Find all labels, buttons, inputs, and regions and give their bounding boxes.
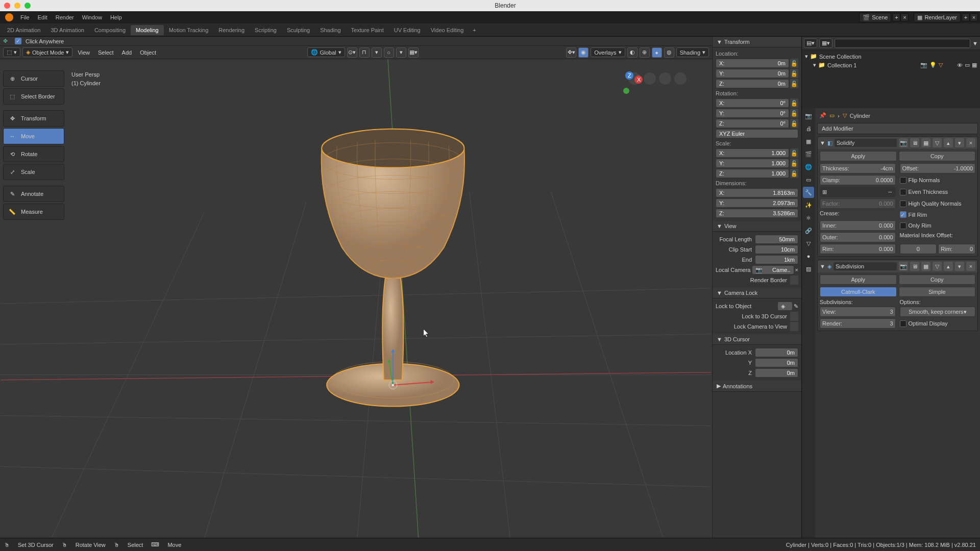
ptab-render[interactable]: 📷 <box>803 110 814 121</box>
lock-loc-x[interactable]: 🔓 <box>790 59 798 68</box>
editor-type-dropdown[interactable]: ⬚▾ <box>3 47 20 57</box>
tree-collection-1[interactable]: ▾📁Collection 1 📷 💡 ▽ 👁 ▭ ▦ <box>804 61 978 69</box>
clip-end[interactable]: 1km <box>755 255 798 264</box>
crease-rim[interactable]: Rim:0.000 <box>820 244 896 254</box>
obj-camera-icon[interactable]: 📷 <box>920 62 927 68</box>
pin-icon[interactable]: 📌 <box>819 112 826 119</box>
workspace-add-button[interactable]: + <box>469 25 480 35</box>
ptab-texture[interactable]: ▨ <box>803 263 814 274</box>
ptab-viewlayer[interactable]: ▦ <box>803 136 814 147</box>
cursor3d-header[interactable]: ▼ 3D Cursor <box>713 334 801 345</box>
lock-rot-x[interactable]: 🔓 <box>790 98 798 108</box>
obj-light-icon[interactable]: 💡 <box>929 62 937 68</box>
lock-scl-z[interactable]: 🔓 <box>790 169 798 178</box>
proportional-toggle[interactable]: ○ <box>384 47 394 58</box>
subdiv-view[interactable]: View:3 <box>820 307 896 317</box>
vgroup-field[interactable]: ⊞↔ <box>820 187 896 197</box>
mod-display-toggle[interactable]: 🖥 <box>910 262 919 271</box>
mod-delete[interactable]: × <box>966 138 975 147</box>
tool-rotate[interactable]: ⟲Rotate <box>3 146 64 162</box>
close-button[interactable] <box>4 3 10 9</box>
ptab-object[interactable]: ▭ <box>803 174 814 185</box>
pivot-dropdown[interactable]: ⊙▾ <box>347 47 357 58</box>
outliner-display[interactable]: ▦▾ <box>819 38 832 48</box>
nav-pan[interactable] <box>659 72 671 85</box>
workspace-tab-uv-editing[interactable]: UV Editing <box>389 25 426 35</box>
proportional-dropdown[interactable]: ▾ <box>396 47 406 58</box>
view-header[interactable]: ▼ View <box>713 221 801 232</box>
tool-move[interactable]: ↔Move <box>3 128 64 144</box>
lock-cursor-check[interactable] <box>790 312 798 321</box>
snap-toggle[interactable]: ⊓ <box>359 47 370 58</box>
lock-rot-y[interactable]: 🔓 <box>790 109 798 118</box>
mode-dropdown[interactable]: ◈Object Mode▾ <box>22 47 72 57</box>
lock-to-object[interactable]: ◈ <box>777 302 793 311</box>
mod-movedown[interactable]: ▾ <box>955 138 964 147</box>
workspace-tab-motion-tracking[interactable]: Motion Tracking <box>164 25 214 35</box>
workspace-tab-texture-paint[interactable]: Texture Paint <box>346 25 389 35</box>
mod-editmode-toggle[interactable]: ▦ <box>921 262 930 271</box>
workspace-tab-modeling[interactable]: Modeling <box>131 25 164 35</box>
xray-toggle[interactable]: ◐ <box>627 47 638 58</box>
camlock-header[interactable]: ▼ Camera Lock <box>713 288 801 298</box>
factor-field[interactable]: Factor:0.000 <box>820 198 896 209</box>
mat-offset-val[interactable]: 0 <box>900 244 937 254</box>
zoom-button[interactable] <box>24 3 31 9</box>
scale-y[interactable]: Y:1.000 <box>716 159 789 168</box>
transform-header[interactable]: ▼ Transform <box>713 37 801 47</box>
dim-x[interactable]: X:1.8163m <box>716 188 798 197</box>
visibility-render-icon[interactable]: ▦ <box>972 62 977 68</box>
mod-moveup[interactable]: ▴ <box>944 262 953 271</box>
menu-render[interactable]: Render <box>52 14 78 20</box>
clip-start[interactable]: 10cm <box>755 245 798 254</box>
shading-solid[interactable]: ● <box>652 47 662 58</box>
solidify-apply[interactable]: Apply <box>820 151 897 161</box>
layer-delete-button[interactable]: × <box>970 13 978 21</box>
location-y[interactable]: Y:0m <box>716 69 789 78</box>
dim-z[interactable]: Z:3.5286m <box>716 209 798 218</box>
workspace-tab-shading[interactable]: Shading <box>315 25 346 35</box>
scale-z[interactable]: Z:1.000 <box>716 169 789 178</box>
fill-rim-check[interactable]: ✓Fill Rim <box>900 210 976 219</box>
ptab-particle[interactable]: ✨ <box>803 199 814 211</box>
cursor-x[interactable]: 0m <box>755 348 798 357</box>
workspace-tab-compositing[interactable]: Compositing <box>89 25 131 35</box>
orientation-dropdown[interactable]: 🌐Global▾ <box>307 47 345 57</box>
location-z[interactable]: Z:0m <box>716 79 789 88</box>
workspace-tab-scripting[interactable]: Scripting <box>250 25 282 35</box>
lock-rot-z[interactable]: 🔓 <box>790 119 798 128</box>
tool-measure[interactable]: 📏Measure <box>3 204 64 220</box>
even-thickness-check[interactable]: Even Thickness <box>900 187 976 197</box>
click-anywhere-checkbox[interactable]: ✓ <box>15 38 21 44</box>
tool-annotate[interactable]: ✎Annotate <box>3 186 64 202</box>
modifier-name-field[interactable]: Subdivision <box>834 262 897 270</box>
tool-transform[interactable]: ✥Transform <box>3 110 64 127</box>
mod-editmode-toggle[interactable]: ▦ <box>921 138 930 147</box>
mod-render-toggle[interactable]: 📷 <box>899 138 908 147</box>
workspace-tab-video-editing[interactable]: Video Editing <box>426 25 469 35</box>
thickness-field[interactable]: Thickness:-4cm <box>820 163 896 173</box>
crease-inner[interactable]: Inner:0.000 <box>820 220 896 231</box>
lock-loc-z[interactable]: 🔓 <box>790 79 798 88</box>
ptab-data[interactable]: ▽ <box>803 238 814 249</box>
cursor-z[interactable]: 0m <box>755 368 798 378</box>
snap-dropdown[interactable]: ▾ <box>372 47 382 58</box>
vp-menu-add[interactable]: Add <box>119 49 135 56</box>
rotation-x[interactable]: X:0° <box>716 98 789 108</box>
3d-viewport[interactable]: ⊕Cursor⬚Select Border✥Transform↔Move⟲Rot… <box>0 59 712 538</box>
mod-movedown[interactable]: ▾ <box>955 262 964 271</box>
outliner-filter[interactable]: ▼ <box>972 40 978 46</box>
lock-obj-eyedrop[interactable]: ✎ <box>794 303 798 310</box>
ptab-constraint[interactable]: 🔗 <box>803 225 814 236</box>
outliner-search[interactable] <box>835 39 970 48</box>
scale-x[interactable]: X:1.000 <box>716 148 789 158</box>
mod-delete[interactable]: × <box>966 262 975 271</box>
scene-selector[interactable]: 🎬Scene <box>859 13 891 22</box>
lock-scl-y[interactable]: 🔓 <box>790 159 798 168</box>
crumb-object-name[interactable]: Cylinder <box>850 113 870 119</box>
axis-gizmo[interactable]: X Z <box>620 68 645 99</box>
workspace-tab-rendering[interactable]: Rendering <box>213 25 250 35</box>
solidify-copy[interactable]: Copy <box>899 151 976 161</box>
crease-outer[interactable]: Outer:0.000 <box>820 232 896 242</box>
mod-render-toggle[interactable]: 📷 <box>899 262 908 271</box>
